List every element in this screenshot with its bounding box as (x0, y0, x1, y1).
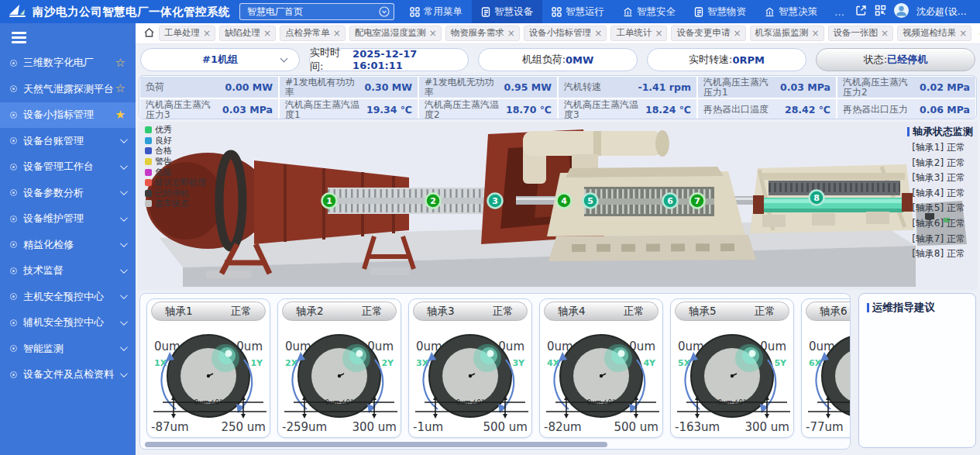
open-tabs: 工单处理 缺陷处理 点检异常单 配电室温湿度监测 物资服务需求 设备小指标管理 … (159, 26, 971, 41)
metric-label: 汽机高压主蒸汽温度3 (564, 100, 642, 119)
turbine-scene: 1 2 3 4 5 6 7 8 优秀 良好 合格 (138, 122, 978, 290)
more-tabs-button[interactable]: ⋯ (975, 28, 980, 40)
bearing-card-header: 轴承2正常 (282, 302, 397, 321)
sidebar-item-doc-files[interactable]: 设备文件及点检资料 (0, 362, 136, 388)
app-title: 南沙电力公司智慧电厂一体化管控系统 (33, 5, 230, 19)
metric-value: 0.06 MPa (916, 104, 970, 115)
sidebar: 三维数字化电厂☆ 天然气泄露探测平台☆ 设备小指标管理★ 设备台账管理 设备管理… (0, 23, 136, 455)
metric-label: #1发电机有功功率 (285, 78, 362, 97)
legend-item: 盘车状态 (145, 198, 206, 209)
user-name[interactable]: 沈必超(设备... (916, 5, 972, 19)
gauge-min: -82um (544, 420, 582, 434)
gauge-min: -77um (806, 420, 844, 434)
bearing-status-item: [轴承3] 正常 (879, 171, 973, 186)
close-icon[interactable] (733, 29, 741, 38)
tab[interactable]: 视频巡检结果 (897, 26, 971, 41)
header-right: 沈必超(设备... (855, 3, 972, 21)
tab[interactable]: 缺陷处理 (219, 26, 276, 41)
gauge-range: -77um (806, 420, 851, 434)
chevron-down-icon (120, 370, 128, 377)
close-icon[interactable] (429, 29, 437, 38)
unit-select[interactable]: #1机组 (140, 48, 300, 71)
orbit-gauge: 0um∠0° (150, 332, 266, 431)
document-icon (481, 7, 490, 17)
close-icon[interactable] (881, 29, 889, 38)
legend-swatch (145, 179, 152, 186)
close-icon[interactable] (812, 29, 820, 38)
gauge-range: -87um250 um (151, 420, 266, 434)
sidebar-item-3d-plant[interactable]: 三维数字化电厂☆ (0, 50, 136, 77)
sidebar-item-smart-monitor[interactable]: 智能监测 (0, 336, 136, 362)
nav-more-button[interactable]: … (827, 0, 852, 23)
sidebar-item-ledger[interactable]: 设备台账管理 (0, 128, 136, 154)
sidebar-item-aux-safety[interactable]: 辅机安全预控中心 (0, 310, 136, 336)
legend-swatch (145, 126, 152, 133)
tab[interactable]: 物资服务需求 (445, 26, 520, 41)
maintenance-advice-panel: 运维指导建议 (858, 293, 976, 448)
layout-icon[interactable] (855, 5, 867, 19)
bearing-state: 正常 (755, 305, 775, 319)
tab[interactable]: 设备小指标管理 (524, 26, 607, 41)
sidebar-item-main-safety[interactable]: 主机安全预控中心 (0, 284, 136, 310)
qr-code-icon[interactable] (875, 5, 886, 19)
tab[interactable]: 工单统计 (610, 26, 667, 41)
sidebar-item-tech-supervision[interactable]: 技术监督 (0, 258, 136, 284)
chevron-down-icon (280, 55, 288, 63)
legend-item: 合格 (145, 146, 206, 157)
nav-smart-operation[interactable]: 智慧运行 (542, 0, 614, 23)
tab[interactable]: 配电室温湿度监测 (349, 26, 442, 41)
tab[interactable]: 设备一张图 (828, 26, 894, 41)
gauge-range: -82um500 um (544, 420, 658, 434)
bearing-state: 正常 (362, 305, 383, 319)
home-page-select[interactable]: 智慧电厂首页 (239, 3, 394, 20)
star-outline-icon[interactable]: ☆ (115, 83, 126, 95)
bearing-name: 轴承4 (558, 305, 586, 319)
chevron-down-icon (120, 266, 128, 274)
home-button[interactable] (143, 26, 155, 41)
sidebar-item-param-analysis[interactable]: 设备参数分析 (0, 180, 136, 206)
metric-value: 0.00 MW (222, 81, 273, 93)
sidebar-item-small-index[interactable]: 设备小指标管理★ (0, 102, 136, 129)
scrollbar-thumb[interactable] (145, 442, 607, 447)
metric-value: 19.34 ℃ (363, 104, 412, 115)
nav-common-menu[interactable]: 常用菜单 (401, 0, 472, 23)
nav-smart-material[interactable]: 智慧物资 (685, 0, 755, 23)
close-icon[interactable] (959, 29, 967, 38)
nav-smart-safety[interactable]: 智慧安全 (614, 0, 685, 23)
sidebar-item-gas-leak[interactable]: 天然气泄露探测平台☆ (0, 76, 136, 102)
metric-cell: 汽机高压主蒸汽温度119.34 ℃ (280, 99, 418, 119)
svg-text:6: 6 (667, 196, 673, 206)
main-content: 工单处理 缺陷处理 点检异常单 配电室温湿度监测 物资服务需求 设备小指标管理 … (136, 23, 980, 455)
bullet-icon (10, 60, 17, 67)
metric-label: 汽机高压主蒸汽压力3 (146, 100, 219, 119)
close-icon[interactable] (203, 29, 211, 38)
tab[interactable]: 设备变更申请 (671, 26, 745, 41)
close-icon[interactable] (594, 29, 602, 38)
tab[interactable]: 机泵温振监测 (750, 26, 824, 41)
hamburger-menu-icon[interactable] (12, 32, 26, 43)
sidebar-item-lean-repair[interactable]: 精益化检修 (0, 232, 136, 258)
user-avatar[interactable] (894, 3, 909, 21)
gauge-max: 250 um (221, 420, 266, 434)
metrics-grid: 负荷0.00 MW #1发电机有功功率0.30 MW #1发电机无功功率0.95… (139, 75, 977, 119)
close-icon[interactable] (655, 29, 662, 38)
metric-cell: 再热器出口温度28.42 ℃ (698, 99, 836, 119)
sidebar-item-maintenance[interactable]: 设备维护管理 (0, 206, 136, 233)
legend-swatch (145, 190, 152, 197)
sidebar-item-workbench[interactable]: 设备管理工作台 (0, 154, 136, 181)
tab[interactable]: 工单处理 (159, 26, 215, 41)
star-outline-icon[interactable]: ☆ (115, 57, 126, 69)
star-filled-icon[interactable]: ★ (115, 109, 126, 121)
close-icon[interactable] (263, 29, 271, 38)
metric-label: 汽机高压主蒸汽温度2 (425, 100, 503, 119)
metric-value: 0.30 MW (362, 81, 412, 93)
nav-smart-equipment[interactable]: 智慧设备 (472, 0, 542, 23)
close-icon[interactable] (507, 29, 515, 38)
orbit-gauge: 0um∠0° (674, 332, 790, 431)
bearing-state: 正常 (231, 305, 252, 319)
close-icon[interactable] (333, 29, 341, 38)
tab[interactable]: 点检异常单 (280, 26, 346, 41)
svg-text:1: 1 (326, 196, 332, 206)
nav-smart-decision[interactable]: 智慧决策 (755, 0, 827, 23)
metric-label: 汽机高压主蒸汽压力2 (843, 78, 916, 97)
